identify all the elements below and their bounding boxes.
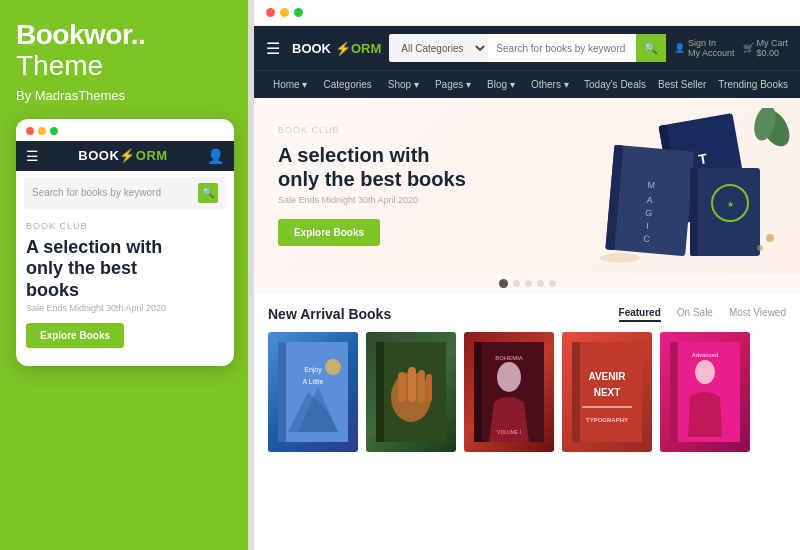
tab-most-viewed[interactable]: Most Viewed bbox=[729, 307, 786, 322]
svg-rect-37 bbox=[474, 342, 482, 442]
svg-text:Enjoy: Enjoy bbox=[304, 366, 322, 374]
mobile-search-button[interactable]: 🔍 bbox=[198, 183, 218, 203]
nav-item-categories[interactable]: Categories bbox=[316, 71, 378, 99]
svg-rect-30 bbox=[376, 342, 384, 442]
book-cover-4: AVENIR NEXT TYPOGRAPHY bbox=[562, 332, 652, 452]
mobile-sale-text: Sale Ends Midnight 30th April 2020 bbox=[26, 303, 224, 313]
svg-rect-23 bbox=[278, 342, 286, 442]
brand-subtitle: Theme bbox=[16, 51, 232, 82]
desktop-search-input[interactable] bbox=[488, 34, 636, 62]
right-panel: ☰ BOOK⚡ORM All Categories 🔍 👤 Sign In My… bbox=[248, 0, 800, 550]
nav-item-shop[interactable]: Shop ▾ bbox=[381, 71, 426, 99]
cart-label: My Cart $0.00 bbox=[757, 38, 789, 58]
mobile-dot-green bbox=[50, 127, 58, 135]
new-arrivals-header: New Arrival Books Featured On Sale Most … bbox=[268, 306, 786, 322]
new-arrivals-section: New Arrival Books Featured On Sale Most … bbox=[254, 294, 800, 464]
book-cover-3: BOHEMIA VOLUME I bbox=[464, 332, 554, 452]
book-card-1[interactable]: Enjoy A Little bbox=[268, 332, 358, 452]
desktop-hero-content: BOOK CLUB A selection with only the best… bbox=[278, 125, 776, 246]
mobile-search-input[interactable]: Search for books by keyword bbox=[32, 187, 194, 198]
desktop-dot-red bbox=[266, 8, 275, 17]
slider-dot-2[interactable] bbox=[513, 280, 520, 287]
desktop-hero-sale: Sale Ends Midnight 30th April 2020 bbox=[278, 195, 776, 205]
svg-point-28 bbox=[325, 359, 341, 375]
mobile-dot-yellow bbox=[38, 127, 46, 135]
mobile-menu-icon[interactable]: ☰ bbox=[26, 148, 39, 164]
mobile-logo-accent: ⚡ORM bbox=[119, 148, 167, 163]
book-card-5[interactable]: Advanced bbox=[660, 332, 750, 452]
desktop-menu-icon[interactable]: ☰ bbox=[266, 39, 280, 58]
mobile-window-controls bbox=[16, 119, 234, 141]
nav-item-others[interactable]: Others ▾ bbox=[524, 71, 576, 99]
book-cover-1: Enjoy A Little bbox=[268, 332, 358, 452]
desktop-hero-label: BOOK CLUB bbox=[278, 125, 776, 135]
svg-point-49 bbox=[695, 360, 715, 384]
desktop-dot-green bbox=[294, 8, 303, 17]
nav-item-home[interactable]: Home ▾ bbox=[266, 71, 314, 99]
mobile-explore-button[interactable]: Explore Books bbox=[26, 323, 124, 348]
mobile-search-bar[interactable]: Search for books by keyword 🔍 bbox=[24, 177, 226, 209]
mobile-book-club-label: BOOK CLUB bbox=[26, 221, 224, 231]
desktop-category-select[interactable]: All Categories bbox=[389, 34, 488, 62]
mobile-mockup: ☰ BOOK⚡ORM 👤 Search for books by keyword… bbox=[16, 119, 234, 367]
desktop-nav-right: Today's Deals Best Seller Trending Books bbox=[584, 79, 788, 90]
book-card-2[interactable] bbox=[366, 332, 456, 452]
brand-by: By MadrasThemes bbox=[16, 88, 232, 103]
tab-featured[interactable]: Featured bbox=[619, 307, 661, 322]
desktop-search-wrap[interactable]: All Categories 🔍 bbox=[389, 34, 666, 62]
desktop-hero-title: A selection with only the best books bbox=[278, 143, 776, 191]
new-arrivals-tabs: Featured On Sale Most Viewed bbox=[619, 307, 786, 322]
nav-todays-deals[interactable]: Today's Deals bbox=[584, 79, 646, 90]
slider-dot-3[interactable] bbox=[525, 280, 532, 287]
mobile-header: ☰ BOOK⚡ORM 👤 bbox=[16, 141, 234, 171]
desktop-search-button[interactable]: 🔍 bbox=[636, 34, 666, 62]
mobile-logo: BOOK⚡ORM bbox=[78, 148, 167, 163]
account-label: Sign In My Account bbox=[688, 38, 735, 58]
nav-trending[interactable]: Trending Books bbox=[718, 79, 788, 90]
mobile-hero: BOOK CLUB A selection with only the best… bbox=[16, 209, 234, 355]
desktop-dot-yellow bbox=[280, 8, 289, 17]
svg-text:NEXT: NEXT bbox=[594, 387, 621, 398]
desktop-explore-button[interactable]: Explore Books bbox=[278, 219, 380, 246]
desktop-nav: Home ▾ Categories Shop ▾ Pages ▾ Blog ▾ … bbox=[254, 70, 800, 98]
nav-best-seller[interactable]: Best Seller bbox=[658, 79, 706, 90]
nav-item-pages[interactable]: Pages ▾ bbox=[428, 71, 478, 99]
book-card-3[interactable]: BOHEMIA VOLUME I bbox=[464, 332, 554, 452]
svg-text:VOLUME I: VOLUME I bbox=[497, 429, 521, 435]
mobile-user-icon[interactable]: 👤 bbox=[207, 148, 224, 164]
desktop-logo: BOOK⚡ORM bbox=[292, 41, 381, 56]
desktop-header: ☰ BOOK⚡ORM All Categories 🔍 👤 Sign In My… bbox=[254, 26, 800, 70]
mobile-hero-headline: A selection with only the best books bbox=[26, 237, 224, 302]
desktop-window-controls bbox=[254, 0, 800, 26]
left-panel: Bookwor.. Theme By MadrasThemes ☰ BOOK⚡O… bbox=[0, 0, 248, 550]
slider-dot-4[interactable] bbox=[537, 280, 544, 287]
hero-slider-dots bbox=[254, 273, 800, 294]
tab-on-sale[interactable]: On Sale bbox=[677, 307, 713, 322]
svg-rect-34 bbox=[418, 370, 425, 403]
cart-icon: 🛒 bbox=[743, 43, 754, 53]
svg-text:AVENIR: AVENIR bbox=[588, 371, 626, 382]
svg-rect-35 bbox=[426, 374, 432, 402]
desktop-logo-icon: ⚡ORM bbox=[335, 41, 381, 56]
book-card-4[interactable]: AVENIR NEXT TYPOGRAPHY bbox=[562, 332, 652, 452]
desktop-cart[interactable]: 🛒 My Cart $0.00 bbox=[743, 38, 789, 58]
slider-dot-1[interactable] bbox=[499, 279, 508, 288]
brand-title: Bookwor.. bbox=[16, 20, 232, 51]
new-arrivals-title: New Arrival Books bbox=[268, 306, 391, 322]
svg-text:TYPOGRAPHY: TYPOGRAPHY bbox=[586, 417, 628, 423]
desktop-mockup: ☰ BOOK⚡ORM All Categories 🔍 👤 Sign In My… bbox=[254, 0, 800, 550]
desktop-account[interactable]: 👤 Sign In My Account bbox=[674, 38, 735, 58]
svg-text:BOHEMIA: BOHEMIA bbox=[495, 355, 523, 361]
book-cover-2 bbox=[366, 332, 456, 452]
svg-point-38 bbox=[497, 362, 521, 392]
account-icon: 👤 bbox=[674, 43, 685, 53]
desktop-hero: BOOK CLUB A selection with only the best… bbox=[254, 98, 800, 273]
nav-item-blog[interactable]: Blog ▾ bbox=[480, 71, 522, 99]
mobile-dot-red bbox=[26, 127, 34, 135]
svg-text:Advanced: Advanced bbox=[692, 352, 719, 358]
book-cover-5: Advanced bbox=[660, 332, 750, 452]
svg-point-19 bbox=[600, 253, 640, 263]
book-cards-list: Enjoy A Little bbox=[268, 332, 786, 452]
svg-rect-42 bbox=[572, 342, 580, 442]
slider-dot-5[interactable] bbox=[549, 280, 556, 287]
